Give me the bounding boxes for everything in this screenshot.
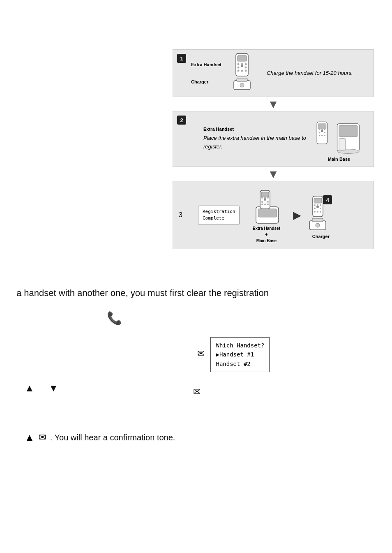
- svg-point-48: [314, 208, 316, 209]
- step2-image: Main Base: [310, 116, 368, 162]
- handset-base-illustration: [312, 116, 366, 155]
- lcd-item1: ▶Handset #1: [216, 350, 264, 359]
- svg-point-21: [321, 129, 323, 130]
- svg-point-24: [324, 132, 325, 134]
- step3-handset-illustration: [248, 186, 285, 225]
- extra-handset-label-2: Extra Handset: [203, 127, 310, 132]
- svg-point-23: [319, 132, 321, 134]
- confirm-envelope-icon: ✉: [39, 432, 46, 443]
- confirm-up-arrow: ▲: [25, 432, 35, 443]
- svg-rect-1: [238, 56, 247, 61]
- svg-rect-32: [261, 192, 269, 197]
- menu-envelope-icon-2: ✉: [193, 386, 201, 397]
- svg-point-4: [241, 63, 243, 65]
- svg-rect-28: [339, 139, 346, 150]
- menu-envelope-icon-1: ✉: [197, 348, 205, 359]
- step2-instruction: Place the extra handset in the main base…: [203, 134, 310, 151]
- lcd-item2: Handset #2: [216, 359, 264, 368]
- svg-point-51: [317, 211, 318, 213]
- svg-point-26: [321, 135, 323, 137]
- svg-point-36: [267, 197, 269, 199]
- step3-number: 3: [179, 211, 182, 219]
- right-arrow: ▶: [293, 209, 301, 222]
- svg-point-49: [320, 208, 321, 209]
- svg-point-5: [244, 63, 247, 65]
- svg-point-40: [264, 204, 266, 205]
- step2-box: 2 Extra Handset Place the extra handset …: [173, 111, 374, 167]
- svg-point-9: [241, 70, 243, 72]
- svg-rect-43: [314, 198, 322, 203]
- svg-rect-30: [258, 209, 277, 217]
- svg-point-34: [261, 197, 263, 199]
- step1-image: [226, 55, 263, 92]
- svg-point-10: [244, 70, 247, 72]
- svg-point-6: [237, 67, 239, 69]
- svg-point-35: [264, 197, 266, 199]
- down-arrow[interactable]: ▼: [48, 382, 58, 393]
- step2-number: 2: [177, 116, 186, 125]
- phone-icon-area: 📞: [107, 311, 376, 325]
- arrow-down-2: ▼: [173, 169, 374, 180]
- envelope-icon-2: ✉: [193, 386, 201, 397]
- svg-point-47: [320, 204, 321, 206]
- step4-number: 4: [323, 195, 332, 204]
- svg-point-39: [261, 204, 263, 205]
- charger-label-1: Charger: [191, 79, 221, 84]
- lcd-screen: Which Handset? ▶Handset #1 Handset #2: [210, 337, 270, 372]
- charger-label-step4: Charger: [312, 234, 330, 239]
- main-instruction-text: a handset with another one, you must fir…: [16, 288, 376, 298]
- step1-instruction: Charge the handset for 15-20 hours.: [263, 69, 368, 77]
- svg-point-55: [316, 223, 320, 227]
- confirm-text: . You will hear a confirmation tone.: [50, 433, 175, 442]
- svg-point-38: [267, 201, 269, 203]
- menu-display-area: ✉ Which Handset? ▶Handset #1 Handset #2: [197, 337, 270, 372]
- svg-rect-12: [237, 78, 247, 81]
- diagram-container: 1 Extra Handset Charger: [173, 49, 374, 249]
- svg-rect-15: [339, 125, 357, 137]
- svg-point-37: [261, 201, 263, 203]
- step1-box: 1 Extra Handset Charger: [173, 49, 374, 97]
- arrow-down-1: ▼: [173, 99, 374, 110]
- svg-point-3: [237, 63, 239, 65]
- main-text-area: a handset with another one, you must fir…: [16, 288, 376, 333]
- svg-point-27: [324, 135, 325, 137]
- extra-handset-label-1: Extra Handset: [191, 62, 221, 67]
- handset-charger-illustration: [228, 53, 261, 94]
- svg-point-45: [314, 204, 316, 206]
- svg-rect-54: [312, 218, 323, 222]
- svg-point-25: [319, 135, 321, 137]
- step3-device-labels: Extra Handset + Main Base: [253, 225, 280, 244]
- svg-point-46: [317, 204, 318, 206]
- svg-point-41: [267, 204, 269, 205]
- step1-number: 1: [177, 54, 186, 63]
- svg-rect-18: [318, 124, 326, 129]
- up-arrow[interactable]: ▲: [25, 382, 35, 393]
- svg-point-7: [244, 67, 247, 69]
- confirm-area: ▲ ✉ . You will hear a confirmation tone.: [25, 432, 175, 443]
- svg-point-22: [324, 129, 325, 130]
- phone-icon: 📞: [107, 311, 121, 325]
- nav-arrows-area: ▲ ▼: [25, 382, 71, 394]
- lcd-title: Which Handset?: [216, 341, 264, 350]
- step3-box: 3 Registration Complete: [173, 181, 374, 249]
- step3-lcd-screen: Registration Complete: [198, 206, 240, 225]
- svg-point-8: [237, 70, 239, 72]
- svg-point-13: [240, 83, 244, 87]
- svg-point-52: [320, 211, 321, 213]
- main-base-label-2: Main Base: [328, 157, 350, 162]
- svg-point-50: [314, 211, 316, 213]
- svg-point-20: [319, 129, 321, 130]
